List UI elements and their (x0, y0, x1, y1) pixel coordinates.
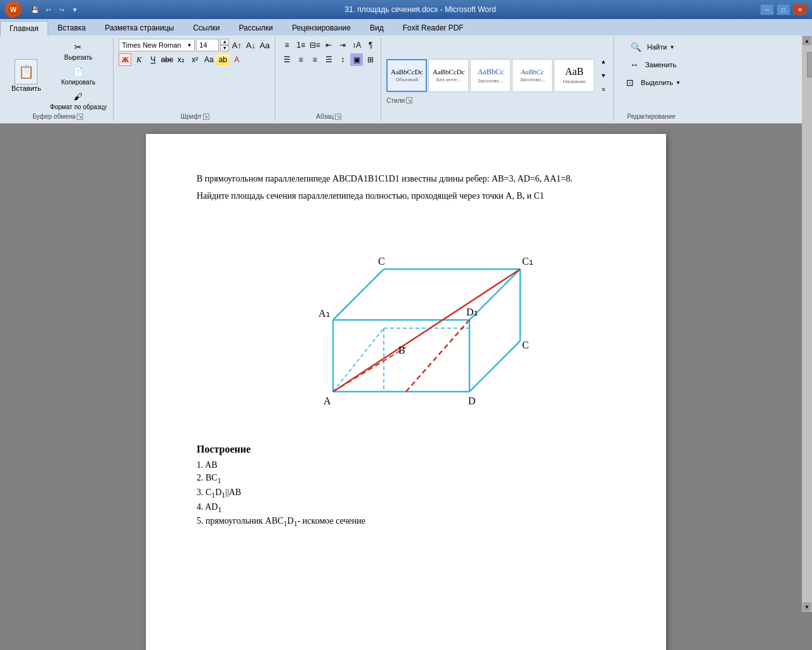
save-icon[interactable]: 💾 (29, 4, 41, 15)
svg-text:W: W (10, 6, 17, 13)
scrollbar[interactable]: ▲ ▼ (802, 124, 812, 612)
scroll-down[interactable]: ▼ (802, 602, 811, 611)
copy-button[interactable]: 📄 Копировать (48, 63, 110, 87)
label-A1: A₁ (318, 308, 330, 319)
find-button[interactable]: 🔍 Найти ▼ (625, 39, 677, 55)
ribbon-tabs: Главная Вставка Разметка страницы Ссылки… (0, 19, 812, 36)
construction-item-4: 4. AD1 (197, 502, 615, 514)
superscript-button[interactable]: x² (188, 53, 201, 66)
font-name-selector[interactable]: Times New Roman ▼ (119, 39, 195, 51)
construction-title: Построение (197, 444, 615, 455)
parallelepiped-figure: A D A₁ D₁ C C₁ C B (273, 215, 539, 431)
tab-insert[interactable]: Вставка (48, 20, 96, 36)
borders-button[interactable]: ⊞ (364, 53, 377, 66)
align-center-button[interactable]: ≡ (294, 53, 307, 66)
svg-line-9 (333, 269, 384, 320)
select-button[interactable]: ⊡ Выделить ▼ (619, 74, 683, 91)
find-dropdown-icon: ▼ (669, 44, 674, 50)
styles-scroll-up[interactable]: ▲ (597, 55, 610, 68)
font-expand[interactable]: ↘ (203, 114, 209, 120)
sort-button[interactable]: ↕A (350, 39, 363, 51)
tab-home[interactable]: Главная (0, 21, 48, 36)
shading-button[interactable]: ▣ (350, 53, 363, 66)
font-shrink-button[interactable]: A↓ (244, 39, 257, 51)
tab-mailings[interactable]: Рассылки (229, 20, 282, 36)
document-area: В прямоугольном параллелепипеде ABCDA1B1… (0, 124, 812, 650)
undo-icon[interactable]: ↩ (43, 4, 54, 15)
redo-icon[interactable]: ↪ (56, 4, 67, 15)
font-size-input[interactable]: 14 (196, 39, 219, 51)
select-dropdown-icon: ▼ (676, 80, 681, 86)
clipboard-expand[interactable]: ↘ (77, 114, 83, 120)
underline-button[interactable]: Ч (147, 53, 159, 66)
increase-indent-button[interactable]: ⇥ (336, 39, 349, 51)
tab-view[interactable]: Вид (360, 20, 393, 36)
styles-expand[interactable]: ↘ (406, 97, 412, 103)
label-C1: C₁ (522, 256, 533, 267)
restore-button[interactable]: □ (776, 4, 790, 15)
font-color-button[interactable]: A (230, 53, 243, 66)
text-effects-button[interactable]: Aa (202, 53, 215, 66)
find-icon: 🔍 (628, 40, 645, 54)
replace-button[interactable]: ↔ Заменить (624, 56, 679, 73)
label-D1: D₁ (466, 307, 478, 317)
justify-button[interactable]: ☰ (322, 53, 335, 66)
font-size-increase[interactable]: ▲ (220, 39, 229, 45)
document-page: В прямоугольном параллелепипеде ABCDA1B1… (146, 134, 666, 650)
show-formatting-button[interactable]: ¶ (364, 39, 377, 51)
align-left-button[interactable]: ☰ (280, 53, 293, 66)
styles-more[interactable]: ≡ (597, 83, 610, 96)
close-button[interactable]: ✕ (793, 4, 807, 15)
style-no-spacing[interactable]: AaBbCcDc Без инте... (428, 59, 469, 92)
tab-references[interactable]: Ссылки (183, 20, 229, 36)
font-size-decrease[interactable]: ▼ (220, 45, 229, 51)
tab-review[interactable]: Рецензирование (282, 20, 360, 36)
minimize-button[interactable]: ─ (760, 4, 774, 15)
font-grow-button[interactable]: A↑ (230, 39, 243, 51)
italic-button[interactable]: К (133, 53, 145, 66)
office-button[interactable]: W (5, 1, 22, 18)
construction-item-2: 2. BC1 (197, 473, 615, 485)
label-C-right: C (522, 340, 529, 350)
figure-container: A D A₁ D₁ C C₁ C B (197, 215, 615, 431)
highlight-button[interactable]: ab (216, 53, 229, 66)
numbering-button[interactable]: 1≡ (294, 39, 307, 51)
paragraph-expand[interactable]: ↘ (335, 114, 341, 120)
decrease-indent-button[interactable]: ⇤ (322, 39, 335, 51)
label-C-top: C (378, 256, 385, 267)
svg-line-2 (333, 328, 384, 392)
customize-icon[interactable]: ▼ (69, 4, 81, 15)
bold-button[interactable]: Ж (119, 53, 131, 66)
construction-item-1: 1. AB (197, 460, 615, 470)
styles-scroll-down[interactable]: ▼ (597, 69, 610, 82)
align-right-button[interactable]: ≡ (308, 53, 321, 66)
paste-button[interactable]: 📋 Вставить (6, 58, 46, 93)
label-A: A (324, 395, 331, 406)
construction-section: Построение 1. AB 2. BC1 3. C1D1||AB 4. A… (197, 444, 615, 528)
style-normal[interactable]: AaBbCcDc Обычный (386, 59, 427, 92)
paragraph-label: Абзац (316, 113, 334, 120)
ribbon: Главная Вставка Разметка страницы Ссылки… (0, 19, 812, 124)
tab-foxit[interactable]: Foxit Reader PDF (393, 20, 473, 36)
cut-button[interactable]: ✂ Вырезать (48, 39, 110, 62)
style-heading1[interactable]: AaBbCc Заголово... (470, 59, 511, 92)
clipboard-group: 📋 Вставить ✂ Вырезать 📄 Копировать 🖌 Фор… (3, 37, 114, 121)
editing-group: 🔍 Найти ▼ ↔ Заменить ⊡ Выделить ▼ Редакт… (615, 37, 687, 121)
clear-format-button[interactable]: Aa (258, 39, 271, 51)
editing-label: Редактирование (627, 113, 676, 120)
title-bar: W 💾 ↩ ↪ ▼ 31. площадь сечения.docx - Mic… (0, 0, 812, 19)
construction-item-5: 5. прямоугольник ABC1D1- искомое сечение (197, 516, 615, 528)
svg-line-15 (406, 320, 469, 392)
style-heading2[interactable]: AaBbCc Заголово... (512, 59, 553, 92)
label-D: D (468, 395, 476, 406)
style-title[interactable]: AaB Название (554, 59, 594, 92)
strikethrough-button[interactable]: abc (160, 53, 173, 66)
svg-line-14 (333, 269, 520, 392)
subscript-button[interactable]: x₂ (174, 53, 187, 66)
tab-layout[interactable]: Разметка страницы (95, 20, 183, 36)
multilevel-list-button[interactable]: ⊟≡ (308, 39, 321, 51)
bullets-button[interactable]: ≡ (280, 39, 293, 51)
line-spacing-button[interactable]: ↕ (336, 53, 349, 66)
format-painter-button[interactable]: 🖌 Формат по образцу (48, 88, 110, 112)
styles-group: AaBbCcDc Обычный AaBbCcDc Без инте... Aa… (383, 37, 614, 121)
